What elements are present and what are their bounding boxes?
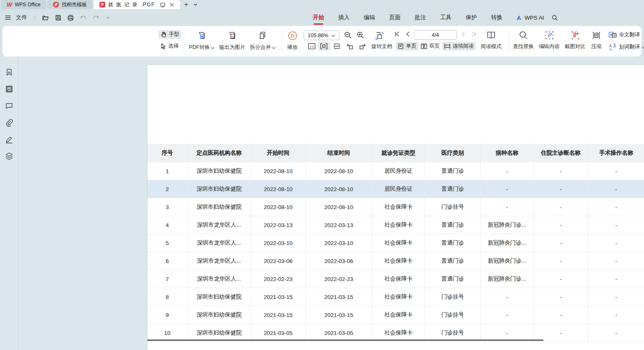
table-cell: 6 bbox=[147, 252, 188, 270]
open-folder-icon[interactable] bbox=[41, 13, 50, 22]
read-mode-icon[interactable] bbox=[484, 29, 499, 41]
menu-item-home[interactable]: 开始 bbox=[309, 13, 328, 23]
redo-icon[interactable] bbox=[91, 13, 100, 22]
pdf-convert-button[interactable]: PDF转换 bbox=[188, 31, 216, 51]
cursor-icon bbox=[160, 43, 166, 49]
comment-icon[interactable] bbox=[5, 102, 13, 110]
table-row[interactable]: 1深圳市妇幼保健院2022-08-102022-08-10居民身份证普通门诊--… bbox=[147, 162, 644, 180]
table-cell: 1 bbox=[147, 162, 188, 180]
full-translate-button[interactable]: A字 全文翻译 bbox=[606, 30, 642, 39]
header-cell: 开始时间 bbox=[251, 144, 306, 162]
layers-icon[interactable] bbox=[5, 152, 13, 160]
new-tab-button[interactable]: + bbox=[181, 0, 192, 9]
actual-size-icon[interactable]: 1:1 bbox=[306, 42, 318, 51]
find-replace-button[interactable]: 查找替换 bbox=[510, 31, 536, 50]
table-cell: 门诊挂号 bbox=[425, 288, 481, 306]
table-cell: 2022-03-13 bbox=[251, 216, 306, 234]
table-cell: 2022-08-10 bbox=[251, 162, 306, 180]
attachment-icon[interactable] bbox=[5, 118, 13, 127]
last-page-icon[interactable] bbox=[469, 30, 478, 38]
table-cell: 普通门诊 bbox=[425, 162, 481, 180]
table-row[interactable]: 7深圳市龙华区人...2022-02-232022-02-23社会保障卡普通门诊… bbox=[147, 270, 644, 288]
table-cell: 2022-03-10 bbox=[251, 234, 306, 252]
export-image-button[interactable]: 输出为图片 bbox=[218, 31, 247, 51]
table-cell: - bbox=[534, 162, 588, 180]
prev-page-icon[interactable] bbox=[403, 30, 412, 38]
menu-item-insert[interactable]: 插入 bbox=[334, 13, 354, 23]
hand-tool-button[interactable]: 手型 bbox=[158, 30, 181, 39]
screenshot-compare-button[interactable]: 截图对比 bbox=[562, 31, 588, 50]
pdf-page[interactable]: 序号定点医药机构名称开始时间结束时间就诊凭证类型医疗类别病种名称住院主诊断名称手… bbox=[147, 64, 644, 350]
menu-item-comment[interactable]: 批注 bbox=[411, 13, 430, 23]
menu-item-page[interactable]: 页面 bbox=[385, 13, 405, 23]
table-horizontal-scrollbar[interactable] bbox=[147, 340, 543, 341]
table-cell: 社会保障卡 bbox=[372, 252, 425, 270]
rotate-left-icon[interactable] bbox=[344, 42, 356, 51]
chevron-down-icon[interactable] bbox=[104, 13, 113, 22]
compress-button[interactable]: 压缩 bbox=[588, 31, 605, 50]
svg-text:A: A bbox=[613, 44, 616, 49]
menu-item-tools[interactable]: 工具 bbox=[436, 13, 456, 23]
signature-icon[interactable] bbox=[5, 135, 13, 143]
tab-docer[interactable]: 找稻壳模板 bbox=[47, 0, 93, 9]
next-page-icon[interactable] bbox=[459, 30, 468, 38]
rotate-doc-button[interactable]: 旋转文档 bbox=[369, 42, 394, 51]
play-button[interactable]: 播放 bbox=[285, 31, 300, 51]
split-merge-button[interactable]: 拆分合并 bbox=[248, 31, 277, 51]
select-tool-button[interactable]: 选择 bbox=[158, 42, 181, 51]
save-icon[interactable] bbox=[53, 13, 63, 22]
rotate-doc-icon[interactable] bbox=[372, 29, 387, 42]
zoom-in-button[interactable] bbox=[355, 31, 366, 40]
rotate-right-icon[interactable] bbox=[356, 42, 369, 51]
wps-ai-menu[interactable]: WPS AI bbox=[516, 15, 544, 21]
hamburger-icon[interactable] bbox=[3, 13, 13, 22]
table-row[interactable]: 4深圳市龙华区人...2022-03-132022-03-13社会保障卡普通门诊… bbox=[147, 216, 644, 234]
table-cell: - bbox=[588, 198, 644, 216]
menu-bar: 文件 开始 插入 编辑 页面 批注 工具 保护 转换 WPS AI bbox=[0, 9, 644, 26]
page-number-input[interactable]: 4/4 bbox=[414, 30, 457, 40]
table-row[interactable]: 2深圳市妇幼保健院2022-08-102022-08-10居民身份证普通门诊--… bbox=[147, 180, 644, 198]
word-translate-button[interactable]: 文A 划词翻译 bbox=[606, 42, 644, 51]
wps-logo: W bbox=[7, 1, 12, 8]
search-icon[interactable] bbox=[552, 15, 558, 21]
table-cell: - bbox=[534, 234, 588, 252]
monitor-icon[interactable] bbox=[160, 2, 165, 8]
tab-list-chevron[interactable] bbox=[192, 0, 199, 9]
table-row[interactable]: 6深圳市龙华区人...2022-03-062022-03-06社会保障卡普通门诊… bbox=[147, 252, 644, 270]
edit-content-button[interactable]: 编辑内容 bbox=[536, 31, 562, 50]
table-row[interactable]: 8深圳市妇幼保健院2021-03-152021-03-15社会保障卡门诊挂号--… bbox=[147, 288, 644, 306]
header-cell: 住院主诊断名称 bbox=[534, 144, 588, 162]
table-cell: 普通门诊 bbox=[425, 180, 481, 198]
table-cell: 2022-03-13 bbox=[306, 216, 372, 234]
menu-item-protect[interactable]: 保护 bbox=[461, 13, 481, 23]
table-cell: - bbox=[588, 306, 644, 324]
fit-page-icon[interactable] bbox=[331, 42, 343, 51]
thumbnail-icon[interactable] bbox=[5, 85, 13, 93]
read-mode-button[interactable]: 阅读模式 bbox=[479, 42, 504, 51]
close-icon[interactable] bbox=[170, 3, 174, 7]
chevron-down-icon bbox=[211, 46, 215, 49]
table-row[interactable]: 5深圳市龙华区人...2022-03-102022-03-10社会保障卡普通门诊… bbox=[147, 234, 644, 252]
undo-icon[interactable] bbox=[79, 13, 88, 22]
tab-wps-home[interactable]: W WPS Office bbox=[1, 0, 46, 9]
zoom-level-select[interactable]: 105.88% bbox=[304, 31, 340, 40]
table-cell: 门诊挂号 bbox=[425, 198, 481, 216]
table-cell: 7 bbox=[147, 270, 188, 288]
bookmark-icon[interactable] bbox=[5, 68, 13, 77]
compress-icon bbox=[591, 31, 601, 40]
tab-document-pdf[interactable]: P 就 医 记 录 .PDF bbox=[94, 0, 180, 9]
table-cell: 深圳市龙华区人... bbox=[188, 216, 251, 234]
first-page-icon[interactable] bbox=[393, 30, 401, 38]
fit-width-icon[interactable] bbox=[318, 42, 330, 51]
menu-item-convert[interactable]: 转换 bbox=[487, 13, 507, 23]
menu-item-edit[interactable]: 编辑 bbox=[360, 13, 379, 23]
table-row[interactable]: 9深圳市妇幼保健院2021-03-152021-03-15社会保障卡门诊挂号--… bbox=[147, 306, 644, 324]
zoom-out-button[interactable] bbox=[342, 31, 354, 40]
document-area: 序号定点医药机构名称开始时间结束时间就诊凭证类型医疗类别病种名称住院主诊断名称手… bbox=[0, 56, 644, 350]
single-page-button[interactable]: 单页 bbox=[396, 42, 418, 51]
file-menu[interactable]: 文件 bbox=[16, 14, 27, 21]
table-row[interactable]: 3深圳市妇幼保健院2022-08-102022-08-10社会保障卡门诊挂号--… bbox=[147, 198, 644, 216]
print-icon[interactable] bbox=[66, 13, 75, 22]
continuous-read-button[interactable]: 连续阅读 bbox=[442, 42, 476, 51]
table-cell: 2022-02-23 bbox=[306, 270, 372, 288]
